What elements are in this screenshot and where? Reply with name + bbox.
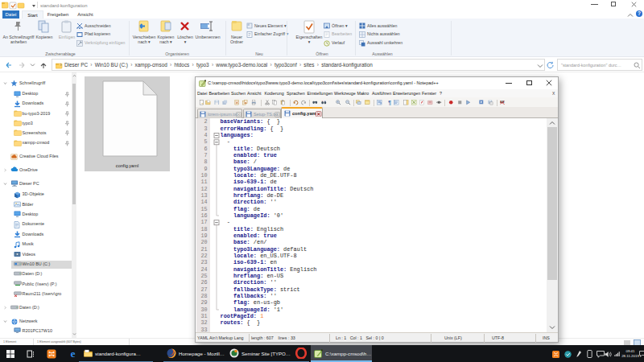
svg-text:¶: ¶ [388, 100, 391, 105]
